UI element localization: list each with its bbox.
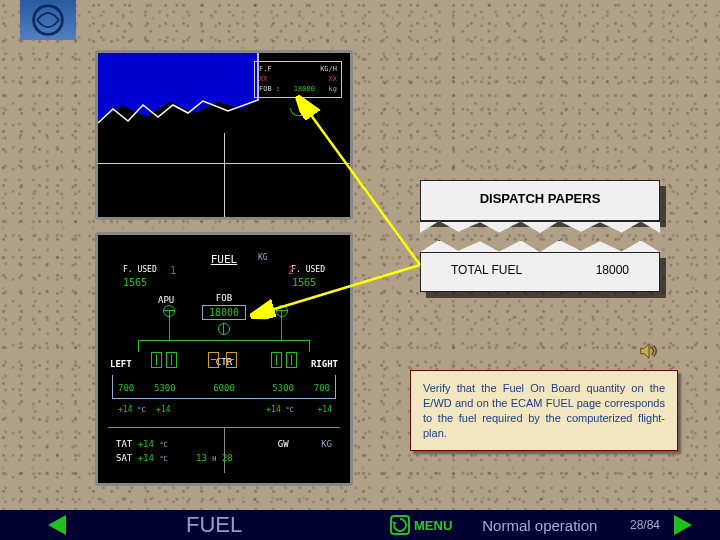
ewd-display: F.FKG/H XXXX FOB :18000kg bbox=[95, 50, 353, 220]
tat-readout: TAT +14 °C bbox=[116, 439, 168, 449]
ecam-fuel-display: FUEL KG F. USED F. USED 1 2 1565 1565 AP… bbox=[95, 232, 353, 486]
bar-mode-label: Normal operation bbox=[482, 517, 597, 534]
sat-readout: SAT +14 °C bbox=[116, 453, 168, 463]
tank-qty-inner-right: 5300 bbox=[272, 383, 294, 393]
prev-page-button[interactable] bbox=[44, 513, 70, 537]
ewd-fob-value: 18000 bbox=[294, 85, 315, 95]
dispatch-paper-header: DISPATCH PAPERS bbox=[420, 180, 660, 221]
instruction-note: Verify that the Fuel On Board quantity o… bbox=[410, 370, 678, 451]
pump-icon bbox=[166, 352, 177, 368]
ewd-marker-icon bbox=[290, 108, 308, 116]
gross-weight-readout: GW KG bbox=[278, 439, 332, 449]
fuel-pipe bbox=[169, 311, 170, 341]
tank-temp: +14 °C bbox=[266, 405, 294, 414]
dispatch-paper-title: DISPATCH PAPERS bbox=[480, 191, 601, 206]
engine-1-number: 1 bbox=[170, 265, 176, 276]
pump-icon bbox=[271, 352, 282, 368]
ecam-title: FUEL bbox=[211, 253, 238, 266]
fuel-pipe bbox=[309, 340, 310, 352]
tank-qty-center: 6000 bbox=[213, 383, 235, 393]
pump-row bbox=[98, 352, 350, 372]
fuel-used-value-left: 1565 bbox=[123, 277, 147, 288]
page-counter: 28/84 bbox=[630, 518, 660, 532]
bar-title: FUEL bbox=[186, 512, 386, 538]
tank-qty-outer-left: 700 bbox=[118, 383, 134, 393]
ewd-ff-right: XX bbox=[329, 75, 337, 85]
ewd-fob-readout: F.FKG/H XXXX FOB :18000kg bbox=[254, 61, 342, 98]
ewd-horizon-line bbox=[98, 53, 260, 131]
menu-label: MENU bbox=[414, 518, 452, 533]
pump-icon-amber bbox=[226, 352, 237, 368]
fuel-used-label-right: F. USED bbox=[291, 265, 325, 274]
clock-readout: 13 H 28 bbox=[196, 453, 233, 463]
pump-icon-amber bbox=[208, 352, 219, 368]
fuel-used-value-right: 1565 bbox=[292, 277, 316, 288]
fob-value-box: 18000 bbox=[202, 305, 246, 320]
bottom-nav-bar: FUEL MENU Normal operation 28/84 bbox=[0, 510, 720, 540]
valve-icon-center bbox=[218, 323, 230, 335]
ewd-grid bbox=[224, 133, 225, 217]
tank-temp: +14 bbox=[318, 405, 332, 414]
engine-2-number: 2 bbox=[288, 265, 294, 276]
fuel-pipe bbox=[138, 340, 310, 341]
ewd-ff-left: XX bbox=[259, 75, 267, 85]
tank-temp: +14 bbox=[156, 405, 170, 414]
pump-icon bbox=[286, 352, 297, 368]
valve-icon-right bbox=[276, 305, 288, 317]
total-fuel-label: TOTAL FUEL bbox=[451, 263, 522, 277]
speaker-icon[interactable] bbox=[638, 340, 660, 362]
airline-logo bbox=[20, 0, 76, 40]
ewd-fob-label: FOB : bbox=[259, 85, 280, 95]
pump-icon bbox=[151, 352, 162, 368]
tank-qty-outer-right: 700 bbox=[314, 383, 330, 393]
tank-qty-inner-left: 5300 bbox=[154, 383, 176, 393]
fuel-pipe bbox=[281, 311, 282, 341]
instruction-text: Verify that the Fuel On Board quantity o… bbox=[423, 382, 665, 439]
fob-label: FOB bbox=[216, 293, 232, 303]
next-page-button[interactable] bbox=[670, 513, 696, 537]
ecam-unit: KG bbox=[258, 253, 268, 262]
fuel-used-label-left: F. USED bbox=[123, 265, 157, 274]
ewd-fob-unit: kg bbox=[329, 85, 337, 95]
total-fuel-value: 18000 bbox=[596, 263, 629, 277]
divider bbox=[224, 427, 225, 473]
fuel-pipe bbox=[138, 340, 139, 352]
ewd-ff-unit: KG/H bbox=[320, 65, 337, 75]
apu-label: APU bbox=[158, 295, 174, 305]
ewd-ff-label: F.F bbox=[259, 65, 272, 75]
dispatch-paper-row: TOTAL FUEL 18000 bbox=[420, 252, 660, 292]
tank-temp: +14 °C bbox=[118, 405, 146, 414]
menu-button[interactable]: MENU bbox=[390, 515, 452, 535]
